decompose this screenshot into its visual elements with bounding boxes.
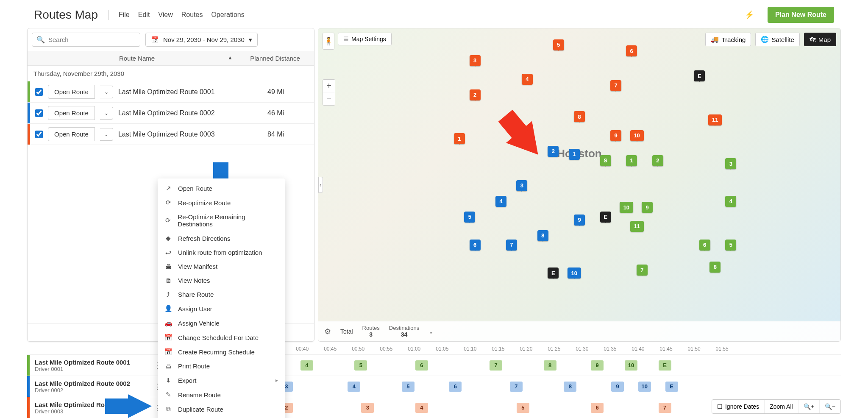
map-pin[interactable]: 5 bbox=[553, 39, 564, 50]
timeline-stop[interactable]: 10 bbox=[638, 382, 651, 392]
col-route-name[interactable]: Route Name bbox=[119, 55, 155, 62]
timeline-stop[interactable]: 9 bbox=[611, 382, 624, 392]
zoom-in-button[interactable]: + bbox=[323, 80, 335, 92]
map-pin[interactable]: 2 bbox=[548, 146, 559, 157]
context-menu-item[interactable]: 🖶Print Route bbox=[158, 359, 285, 373]
zoom-out-button[interactable]: − bbox=[323, 92, 335, 105]
map-view-toggle[interactable]: 🗺Map bbox=[804, 33, 836, 46]
context-menu-item[interactable]: 🗎View Notes bbox=[158, 273, 285, 287]
tracking-toggle[interactable]: 🚚Tracking bbox=[705, 33, 751, 46]
map-pin[interactable]: 4 bbox=[522, 74, 533, 85]
context-menu-item[interactable]: ✎Rename Route bbox=[158, 387, 285, 402]
route-menu-button[interactable]: ⌄ bbox=[100, 86, 113, 98]
context-menu-item[interactable]: 👤Assign User bbox=[158, 301, 285, 316]
sort-asc-icon[interactable]: ▲ bbox=[228, 55, 233, 61]
menu-edit[interactable]: Edit bbox=[138, 11, 150, 19]
context-menu-item[interactable]: 📅Create Recurring Schedule bbox=[158, 345, 285, 359]
map-pin[interactable]: 1 bbox=[569, 149, 580, 160]
search-input[interactable] bbox=[48, 36, 136, 43]
map-pin[interactable]: 2 bbox=[470, 89, 481, 100]
route-row[interactable]: Open Route ⌄ Last Mile Optimized Route 0… bbox=[28, 103, 314, 124]
map-pin[interactable]: 8 bbox=[574, 111, 585, 122]
gear-icon[interactable]: ⚙ bbox=[324, 327, 331, 336]
map-pin[interactable]: 11 bbox=[708, 114, 722, 125]
context-menu-item[interactable]: ⟳Re-Optimize Remaining Destinations bbox=[158, 210, 285, 231]
satellite-toggle[interactable]: 🌐Satellite bbox=[755, 33, 799, 46]
map-pin[interactable]: 3 bbox=[516, 180, 527, 191]
map-pin[interactable]: 6 bbox=[626, 45, 637, 56]
timeline-stop[interactable]: E bbox=[659, 360, 671, 371]
map-pin[interactable]: E bbox=[694, 70, 705, 81]
timeline-stop[interactable]: 6 bbox=[591, 403, 604, 413]
search-input-wrap[interactable]: 🔍 bbox=[32, 33, 140, 47]
map-pin[interactable]: 10 bbox=[620, 202, 633, 213]
route-checkbox[interactable] bbox=[35, 88, 43, 96]
timeline-stop[interactable]: 3 bbox=[361, 403, 374, 413]
map-pin[interactable]: 7 bbox=[637, 265, 648, 276]
map-pin[interactable]: 9 bbox=[642, 202, 653, 213]
context-menu-item[interactable]: 🗑Remove Route bbox=[158, 416, 285, 418]
context-menu-item[interactable]: ⮐Unlink route from optimization bbox=[158, 245, 285, 259]
timeline-stop[interactable]: 6 bbox=[415, 360, 428, 371]
menu-operations[interactable]: Operations bbox=[211, 11, 244, 19]
map-pin[interactable]: 5 bbox=[725, 240, 736, 251]
zoom-all-button[interactable]: Zoom All bbox=[765, 400, 798, 413]
map-pin[interactable]: 3 bbox=[725, 158, 736, 169]
menu-file[interactable]: File bbox=[119, 11, 130, 19]
open-route-button[interactable]: Open Route bbox=[48, 85, 95, 99]
map-pin[interactable]: 10 bbox=[630, 130, 644, 141]
open-route-button[interactable]: Open Route bbox=[48, 106, 95, 120]
map-pin[interactable]: 2 bbox=[652, 155, 663, 166]
map-pin[interactable]: 7 bbox=[610, 80, 621, 91]
timeline-stop[interactable]: 7 bbox=[659, 403, 671, 413]
timeline-stop[interactable]: 4 bbox=[348, 382, 360, 392]
context-menu-item[interactable]: ⧉Duplicate Route bbox=[158, 402, 285, 416]
map-pin[interactable]: 5 bbox=[464, 212, 475, 223]
zoom-control[interactable]: + − bbox=[323, 79, 335, 106]
open-route-button[interactable]: Open Route bbox=[48, 127, 95, 141]
context-menu-item[interactable]: ⬇Export▸ bbox=[158, 373, 285, 387]
route-checkbox[interactable] bbox=[35, 131, 43, 138]
timeline-stop[interactable]: 4 bbox=[415, 403, 428, 413]
timeline-stop[interactable]: E bbox=[665, 382, 678, 392]
map-pin[interactable]: 1 bbox=[454, 133, 465, 144]
chevron-down-icon[interactable]: ⌄ bbox=[428, 328, 434, 335]
map-pin[interactable]: S bbox=[600, 155, 611, 166]
map-pin[interactable]: 3 bbox=[470, 55, 481, 66]
context-menu-item[interactable]: ◆Refresh Directions bbox=[158, 231, 285, 245]
map-pin[interactable]: 4 bbox=[495, 196, 506, 207]
context-menu-item[interactable]: 🖶View Manifest bbox=[158, 259, 285, 273]
context-menu-item[interactable]: ↗Open Route bbox=[158, 181, 285, 195]
timeline-stop[interactable]: 8 bbox=[564, 382, 576, 392]
timeline-zoom-in[interactable]: 🔍+ bbox=[798, 400, 820, 413]
timeline-stop[interactable]: 8 bbox=[544, 360, 556, 371]
timeline-stop[interactable]: 10 bbox=[625, 360, 637, 371]
route-checkbox[interactable] bbox=[35, 109, 43, 117]
map-pin[interactable]: 1 bbox=[626, 155, 637, 166]
route-row[interactable]: Open Route ⌄ Last Mile Optimized Route 0… bbox=[28, 124, 314, 145]
timeline-stop[interactable]: 5 bbox=[354, 360, 367, 371]
plan-new-route-button[interactable]: Plan New Route bbox=[768, 7, 834, 23]
map-pin[interactable]: 6 bbox=[699, 240, 710, 251]
timeline-stop[interactable]: 7 bbox=[510, 382, 523, 392]
map-pin[interactable]: 6 bbox=[470, 240, 481, 251]
map-pin[interactable]: 4 bbox=[725, 196, 736, 207]
map-pin[interactable]: 9 bbox=[610, 130, 621, 141]
context-menu-item[interactable]: 📅Change Scheduled For Date bbox=[158, 330, 285, 345]
context-menu-item[interactable]: ⤴Share Route bbox=[158, 287, 285, 301]
date-range-picker[interactable]: 📅 Nov 29, 2030 - Nov 29, 2030 ▾ bbox=[145, 33, 258, 47]
timeline-stop[interactable]: 6 bbox=[449, 382, 462, 392]
context-menu-item[interactable]: ⟳Re-optimize Route bbox=[158, 195, 285, 210]
timeline-stop[interactable]: 4 bbox=[300, 360, 313, 371]
map-pin[interactable]: E bbox=[600, 212, 611, 223]
route-menu-button[interactable]: ⌄ bbox=[100, 128, 113, 141]
timeline-stop[interactable]: 5 bbox=[517, 403, 529, 413]
map-pin[interactable]: 9 bbox=[574, 215, 585, 226]
route-row[interactable]: Open Route ⌄ Last Mile Optimized Route 0… bbox=[28, 81, 314, 103]
route-menu-button[interactable]: ⌄ bbox=[100, 107, 113, 120]
map-pin[interactable]: 8 bbox=[537, 230, 548, 241]
timeline-stop[interactable]: 9 bbox=[591, 360, 604, 371]
ignore-dates-toggle[interactable]: ☐Ignore Dates bbox=[712, 400, 765, 413]
menu-view[interactable]: View bbox=[158, 11, 172, 19]
map-pin[interactable]: 10 bbox=[568, 268, 581, 279]
